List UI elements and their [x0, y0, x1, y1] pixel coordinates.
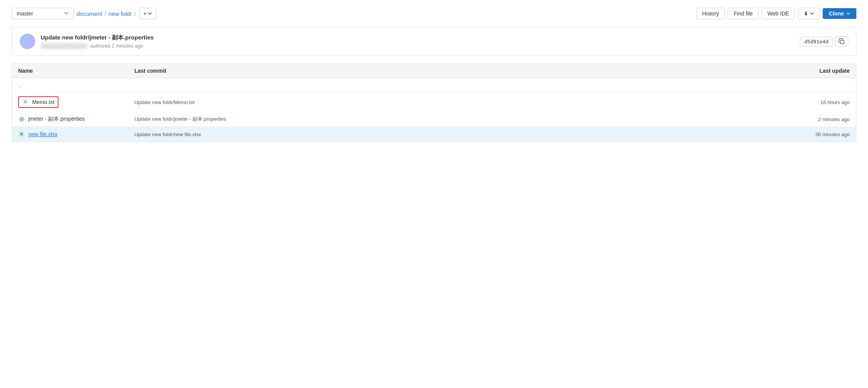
author-name-blurred	[41, 43, 87, 49]
commit-panel-right: d5d91e4d	[800, 36, 848, 46]
clone-label: Clone	[829, 10, 844, 17]
commit-hash[interactable]: d5d91e4d	[800, 37, 833, 46]
commit-msg: Update new foldr/Memo.txt	[134, 99, 772, 105]
avatar	[20, 34, 35, 49]
file-name-cell: jmeter - 副本.properties	[18, 116, 134, 123]
file-table: Name Last commit Last update ..	[12, 63, 856, 142]
separator-2: /	[134, 10, 136, 17]
selected-file-box: Memo.txt	[18, 96, 58, 108]
copy-hash-button[interactable]	[835, 36, 848, 46]
excel-icon	[18, 131, 25, 138]
separator-1: /	[105, 10, 106, 17]
breadcrumb: document / new foldr /	[77, 10, 136, 17]
table-row[interactable]: jmeter - 副本.properties Update new foldr/…	[12, 112, 856, 127]
toolbar-right: History Find file Web IDE ⬇ Clone	[696, 8, 856, 19]
branch-name: master	[17, 10, 33, 17]
last-update: 30 minutes ago	[772, 132, 850, 137]
branch-selector[interactable]: master	[12, 8, 74, 19]
gear-icon	[18, 116, 25, 123]
commit-info: Update new foldr/jmeter - 副本.properties …	[41, 34, 794, 49]
download-icon: ⬇	[804, 10, 808, 17]
svg-rect-0	[840, 40, 844, 44]
history-button[interactable]: History	[696, 8, 725, 19]
file-name-cell: Memo.txt	[18, 96, 134, 108]
file-name[interactable]: jmeter - 副本.properties	[28, 116, 84, 123]
commit-title: Update new foldr/jmeter - 副本.properties	[41, 34, 794, 41]
download-chevron-icon	[810, 10, 814, 17]
last-update: 2 minutes ago	[772, 116, 850, 122]
commit-meta: authored 2 minutes ago	[41, 43, 794, 49]
parent-dir-label: ..	[18, 82, 21, 88]
file-name-cell: ..	[18, 82, 134, 88]
clone-chevron-icon	[846, 10, 850, 17]
breadcrumb-new-foldr[interactable]: new foldr	[108, 10, 132, 17]
find-file-button[interactable]: Find file	[728, 8, 758, 19]
download-button[interactable]: ⬇	[798, 8, 820, 19]
svg-point-2	[21, 118, 23, 120]
col-header-last-update: Last update	[772, 68, 850, 74]
plus-icon: +	[143, 10, 146, 17]
clone-button[interactable]: Clone	[823, 8, 856, 19]
add-button[interactable]: +	[139, 8, 156, 19]
breadcrumb-document[interactable]: document	[77, 10, 102, 17]
branch-chevron-icon	[64, 10, 69, 17]
commit-msg: Update new foldr/jmeter - 副本.properties	[134, 116, 772, 123]
authored-label: authored 2 minutes ago	[90, 43, 143, 49]
file-name[interactable]: Memo.txt	[32, 99, 55, 105]
web-ide-button[interactable]: Web IDE	[761, 8, 795, 19]
col-header-last-commit: Last commit	[134, 68, 772, 74]
file-name-cell: new file.xlsx	[18, 131, 134, 138]
last-update: 16 hours ago	[772, 99, 850, 105]
table-row[interactable]: ..	[12, 78, 856, 92]
file-table-header: Name Last commit Last update	[12, 64, 856, 78]
table-row[interactable]: new file.xlsx Update new foldr/new file.…	[12, 127, 856, 142]
col-header-name: Name	[18, 68, 134, 74]
commit-panel: Update new foldr/jmeter - 副本.properties …	[12, 27, 856, 56]
doc-icon	[22, 99, 29, 106]
file-link[interactable]: new file.xlsx	[28, 131, 57, 137]
commit-msg: Update new foldr/new file.xlsx	[134, 132, 772, 137]
add-dropdown-icon	[148, 10, 152, 17]
toolbar: master document / new foldr / +	[12, 8, 856, 19]
table-row[interactable]: Memo.txt Update new foldr/Memo.txt 16 ho…	[12, 92, 856, 112]
